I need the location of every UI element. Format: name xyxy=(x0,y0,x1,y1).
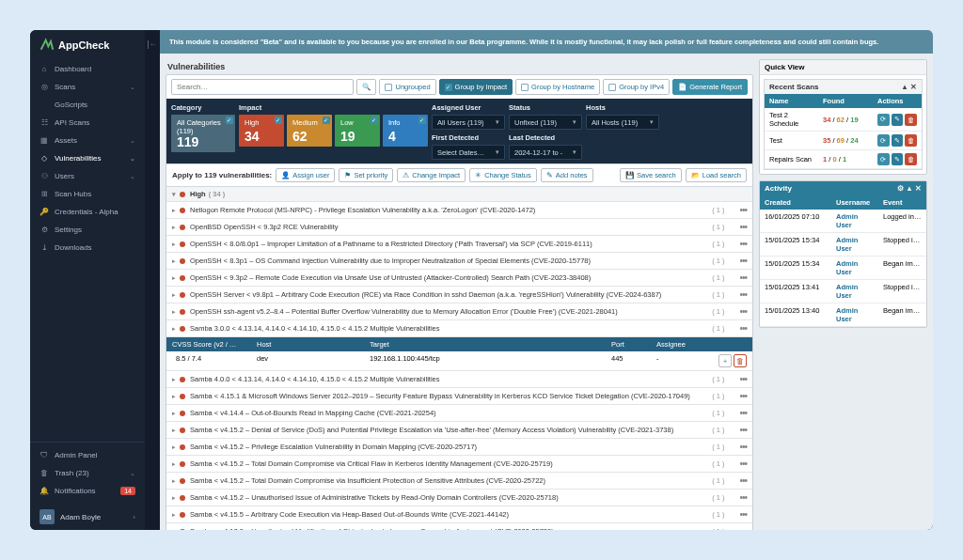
change-status-button[interactable]: ✳ Change Status xyxy=(469,168,537,182)
vuln-row[interactable]: ▸Samba < v4.15.5 – Arbitrary Code Execut… xyxy=(166,506,752,523)
caret-icon[interactable]: ▸ xyxy=(172,494,176,502)
more-icon[interactable]: ••• xyxy=(739,323,747,334)
caret-icon[interactable]: ▸ xyxy=(172,325,176,333)
more-icon[interactable]: ••• xyxy=(739,256,747,266)
more-icon[interactable]: ••• xyxy=(739,222,747,232)
sidebar-item-goscripts[interactable]: GoScripts xyxy=(30,96,145,114)
group-ipv4[interactable]: Group by IPv4 xyxy=(603,79,670,95)
more-icon[interactable]: ••• xyxy=(739,526,747,530)
gear-icon[interactable]: ⚙ xyxy=(897,184,904,193)
severity-tile-medium[interactable]: Medium62 xyxy=(287,115,332,147)
caret-icon[interactable]: ▸ xyxy=(172,376,176,383)
vuln-row[interactable]: ▸OpenBSD OpenSSH < 9.3p2 RCE Vulnerabili… xyxy=(166,219,752,236)
sidebar-item-api-scans[interactable]: ☷API Scans xyxy=(30,114,145,132)
group-ungrouped[interactable]: Ungrouped xyxy=(379,79,435,95)
collapse-icon[interactable]: ▴ xyxy=(908,184,911,193)
caret-icon[interactable]: ▸ xyxy=(172,291,176,299)
delete-icon[interactable]: 🗑 xyxy=(905,114,917,126)
caret-icon[interactable]: ▸ xyxy=(172,274,176,282)
hosts-select[interactable]: All Hosts (119)▾ xyxy=(586,115,659,130)
more-icon[interactable]: ••• xyxy=(739,374,747,384)
more-icon[interactable]: ••• xyxy=(739,459,747,469)
more-icon[interactable]: ••• xyxy=(739,205,747,215)
recent-scan-row[interactable]: Test35 / 69 / 24⟳✎🗑 xyxy=(765,132,922,150)
more-icon[interactable]: ••• xyxy=(739,289,747,300)
sidebar-item-settings[interactable]: ⚙Settings xyxy=(30,221,145,239)
vuln-row[interactable]: ▸OpenSSH < 9.3p2 – Remote Code Execution… xyxy=(166,270,752,287)
sidebar-collapse[interactable]: |← xyxy=(145,30,160,530)
activity-user-link[interactable]: Admin User xyxy=(831,303,878,326)
collapse-icon[interactable]: ▴ xyxy=(903,83,907,91)
category-tile[interactable]: All Categories (119) 119 xyxy=(171,115,235,152)
sidebar-item-dashboard[interactable]: ⌂Dashboard xyxy=(30,60,145,78)
caret-icon[interactable]: ▸ xyxy=(172,224,176,231)
more-icon[interactable]: ••• xyxy=(739,272,747,283)
sidebar-item-credentials-alpha[interactable]: 🔑Credentials - Alpha xyxy=(30,203,145,221)
caret-icon[interactable]: ▸ xyxy=(172,511,176,519)
sidebar-item-admin-panel[interactable]: 🛡Admin Panel xyxy=(30,446,145,464)
close-icon[interactable]: ✕ xyxy=(915,184,922,193)
refresh-icon[interactable]: ⟳ xyxy=(877,134,890,147)
group-hostname[interactable]: Group by Hostname xyxy=(515,79,600,95)
assign-user-button[interactable]: 👤 Assign user xyxy=(276,168,335,182)
current-user[interactable]: AB Adam Boyle › xyxy=(30,504,145,530)
vuln-row[interactable]: ▸Samba < v4.15.2 – Denial of Service (Do… xyxy=(166,422,752,439)
more-icon[interactable]: ••• xyxy=(739,408,747,418)
assigned-user-select[interactable]: All Users (119)▾ xyxy=(432,115,505,130)
more-icon[interactable]: ••• xyxy=(739,425,747,435)
caret-icon[interactable]: ▸ xyxy=(172,257,176,265)
close-icon[interactable]: ✕ xyxy=(910,83,917,91)
caret-icon[interactable]: ▸ xyxy=(172,393,176,400)
vuln-row[interactable]: ▸Samba < v4.15.2 – Total Domain Compromi… xyxy=(166,473,752,490)
load-search-button[interactable]: 📂 Load search xyxy=(686,168,747,182)
change-impact-button[interactable]: ⚠ Change Impact xyxy=(397,168,466,182)
delete-button[interactable]: 🗑 xyxy=(734,354,747,367)
sidebar-item-scans[interactable]: ◎Scans⌄ xyxy=(30,78,145,96)
recent-scan-row[interactable]: Test 2 Schedule34 / 62 / 19⟳✎🗑 xyxy=(765,108,922,132)
vuln-row[interactable]: ▸OpenSSH ssh-agent v5.2–8.4 – Potential … xyxy=(166,303,752,320)
activity-user-link[interactable]: Admin User xyxy=(831,233,878,256)
vuln-row[interactable]: ▸Samba 3.0.0 < 4.13.14, 4.14.0 < 4.14.10… xyxy=(166,320,752,337)
sidebar-item-users[interactable]: ⚇Users⌄ xyxy=(30,167,145,185)
sidebar-item-assets[interactable]: ▦Assets⌄ xyxy=(30,132,145,149)
edit-icon[interactable]: ✎ xyxy=(892,134,904,147)
caret-icon[interactable]: ▾ xyxy=(172,191,176,198)
sidebar-item-downloads[interactable]: ⤓Downloads xyxy=(30,239,145,257)
caret-icon[interactable]: ▸ xyxy=(172,207,176,214)
caret-icon[interactable]: ▸ xyxy=(172,241,176,248)
vuln-row[interactable]: ▸Samba < v4.15.2 – Unauthorised Issue of… xyxy=(166,490,752,506)
vuln-row[interactable]: ▸Samba < v4.14.4 – Out-of-Bounds Read in… xyxy=(166,405,752,422)
set-priority-button[interactable]: ⚑ Set priority xyxy=(339,168,393,182)
generate-report-button[interactable]: 📄 Generate Report xyxy=(672,79,748,95)
more-icon[interactable]: ••• xyxy=(739,442,747,452)
more-icon[interactable]: ••• xyxy=(739,239,747,249)
activity-user-link[interactable]: Admin User xyxy=(831,280,878,303)
recent-scan-row[interactable]: Repairs Scan1 / 0 / 1⟳✎🗑 xyxy=(765,150,922,169)
delete-icon[interactable]: 🗑 xyxy=(905,134,917,147)
status-select[interactable]: Unfixed (119)▾ xyxy=(509,115,582,130)
refresh-icon[interactable]: ⟳ xyxy=(877,114,890,126)
severity-tile-high[interactable]: High34 xyxy=(239,115,284,147)
vuln-row[interactable]: ▸Samba 4.0.0 < 4.13.14, 4.14.0 < 4.14.10… xyxy=(166,371,752,388)
vuln-row[interactable]: ▸Samba < 4.15.1 & Microsoft Windows Serv… xyxy=(166,388,752,405)
caret-icon[interactable]: ▸ xyxy=(172,410,176,417)
caret-icon[interactable]: ▸ xyxy=(172,308,176,316)
add-button[interactable]: + xyxy=(718,354,732,367)
sidebar-item-scan-hubs[interactable]: ⊞Scan Hubs xyxy=(30,185,145,203)
sidebar-item-vulnerabilities[interactable]: ◇Vulnerabilities⌄ xyxy=(30,149,145,167)
vuln-row[interactable]: ▸Samba < v4.15.2 – Total Domain Compromi… xyxy=(166,456,752,473)
delete-icon[interactable]: 🗑 xyxy=(905,153,917,165)
more-icon[interactable]: ••• xyxy=(739,475,747,486)
vuln-row[interactable]: ▸OpenSSH Server < v9.8p1 – Arbitrary Cod… xyxy=(166,287,752,303)
add-notes-button[interactable]: ✎ Add notes xyxy=(541,168,593,182)
severity-tile-info[interactable]: Info4 xyxy=(383,115,428,147)
more-icon[interactable]: ••• xyxy=(739,391,747,401)
vuln-row[interactable]: ▸OpenSSH < 8.3p1 – OS Command Injection … xyxy=(166,253,752,270)
more-icon[interactable]: ••• xyxy=(739,509,747,520)
activity-user-link[interactable]: Admin User xyxy=(831,257,878,279)
group-header-high[interactable]: ▾ High ( 34 ) xyxy=(166,187,752,202)
vuln-row[interactable]: ▸Samba < v4.15.2 – Privilege Escalation … xyxy=(166,439,752,456)
sidebar-item-notifications[interactable]: 🔔Notifications14 xyxy=(30,482,145,500)
activity-user-link[interactable]: Admin User xyxy=(831,210,878,232)
subtable-row[interactable]: 8.5 / 7.4dev192.168.1.100:445/tcp445-+🗑 xyxy=(166,351,752,371)
